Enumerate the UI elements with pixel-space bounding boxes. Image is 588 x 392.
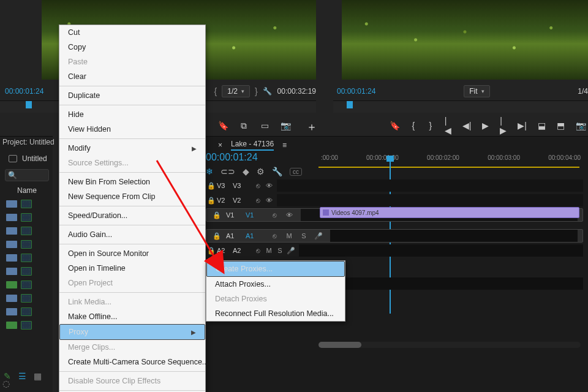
eye-icon[interactable]: 👁	[284, 211, 295, 219]
sync-icon[interactable]: ⎋	[269, 232, 280, 239]
marker-icon[interactable]: 🔖	[218, 121, 228, 130]
cc-toggle[interactable]: cc	[290, 168, 302, 176]
program-preview[interactable]	[342, 0, 588, 80]
menu-item-view-hidden[interactable]: View Hidden	[59, 122, 205, 137]
track-target[interactable]: V2	[233, 197, 249, 204]
creative-cloud-icon[interactable]: ◌	[2, 379, 15, 391]
link-icon[interactable]: ⊂⊃	[221, 167, 235, 176]
sync-icon[interactable]: ⎋	[252, 247, 263, 254]
track-well[interactable]	[330, 230, 578, 242]
timeline-hscroll-thumb[interactable]	[318, 342, 361, 348]
settings-icon[interactable]: ⚙	[257, 167, 265, 176]
solo-button[interactable]: S	[298, 232, 309, 239]
step-fwd-icon[interactable]: |▶	[500, 121, 507, 130]
track-v2[interactable]: 🔒V2V2⎋👁	[206, 194, 583, 207]
play-icon[interactable]: ▶	[482, 121, 489, 130]
sync-icon[interactable]: ⎋	[252, 197, 263, 204]
clip-row[interactable]	[6, 224, 49, 238]
clip-row[interactable]	[6, 305, 49, 318]
context-menu[interactable]: CutCopyPasteClearDuplicateHideView Hidde…	[59, 24, 206, 392]
menu-item-audio-gain[interactable]: Audio Gain...	[59, 227, 205, 242]
insert-icon[interactable]: ⧉	[239, 121, 249, 130]
lock-icon[interactable]: 🔒	[206, 197, 217, 205]
menu-item-speed-duration[interactable]: Speed/Duration...	[59, 208, 205, 223]
sync-icon[interactable]: ⎋	[269, 211, 280, 219]
timeline-hscroll[interactable]	[318, 342, 581, 348]
submenu-item-create-proxies[interactable]: Create Proxies...	[206, 261, 345, 277]
project-tab[interactable]: Project: Untitled	[2, 138, 55, 146]
source-zoom-select[interactable]: 1/2▾	[222, 85, 250, 97]
submenu-item-attach-proxies[interactable]: Attach Proxies...	[206, 277, 345, 292]
export-frame-icon[interactable]: 📷	[281, 121, 290, 130]
menu-item-proxy[interactable]: Proxy▶	[59, 324, 205, 340]
program-timecode[interactable]: 00:00:01:24	[337, 87, 375, 96]
clip-row[interactable]	[6, 318, 49, 332]
timeline-timecode[interactable]: 00:00:01:24	[206, 152, 258, 163]
markers-icon[interactable]: ◆	[243, 167, 249, 176]
playhead-head-icon[interactable]	[386, 156, 394, 162]
solo-button[interactable]: S	[274, 247, 285, 254]
source-playhead-marker[interactable]	[26, 101, 32, 108]
timeline-tab-prev[interactable]: ×	[218, 141, 222, 149]
menu-item-make-offline[interactable]: Make Offline...	[59, 309, 205, 324]
program-ruler[interactable]	[333, 100, 588, 113]
clip-row[interactable]	[6, 278, 49, 292]
eye-icon[interactable]: 👁	[263, 197, 274, 204]
goto-in-icon[interactable]: |◀	[445, 121, 451, 130]
project-bin-row[interactable]: Untitled	[9, 154, 47, 163]
overwrite-icon[interactable]: ▭	[260, 121, 270, 130]
clip-row[interactable]	[6, 251, 49, 265]
clip-row[interactable]	[6, 238, 49, 251]
lock-icon[interactable]: 🔒	[211, 211, 222, 219]
track-target[interactable]: A2	[233, 247, 249, 254]
menu-item-duplicate[interactable]: Duplicate	[59, 88, 205, 103]
add-marker-icon[interactable]: 🔖	[390, 121, 399, 130]
clip-row[interactable]	[6, 211, 49, 224]
lock-icon[interactable]: 🔒	[206, 247, 217, 255]
menu-item-clear[interactable]: Clear	[59, 69, 205, 84]
track-a1[interactable]: 🔒A1A1⎋MS🎤	[206, 229, 583, 243]
goto-out-icon[interactable]: ▶|	[518, 121, 527, 130]
track-target[interactable]: A1	[246, 232, 262, 239]
menu-item-cut[interactable]: Cut	[59, 25, 205, 40]
mark-in-icon[interactable]: {	[410, 121, 417, 130]
mic-icon[interactable]: 🎤	[313, 232, 324, 240]
timeline-clip[interactable]: Videos 4097.mp4	[320, 207, 579, 218]
track-well[interactable]	[299, 244, 583, 257]
list-view-icon[interactable]: ☰	[18, 371, 26, 381]
wrench2-icon[interactable]: 🔧	[272, 167, 282, 176]
proxy-submenu[interactable]: Create Proxies...Attach Proxies...Detach…	[206, 260, 345, 322]
mute-button[interactable]: M	[284, 232, 295, 239]
lift-icon[interactable]: ⬓	[538, 121, 546, 130]
lock-icon[interactable]: 🔒	[206, 182, 217, 190]
timeline-work-area[interactable]	[318, 167, 579, 168]
clip-row[interactable]	[6, 292, 49, 305]
export-frame2-icon[interactable]: 📷	[576, 121, 586, 130]
track-well[interactable]	[277, 179, 583, 192]
timeline-tab-active[interactable]: Lake - 47136	[231, 140, 274, 151]
wrench-icon[interactable]: 🔧	[263, 87, 273, 96]
eye-icon[interactable]: 👁	[263, 182, 274, 189]
source-timecode[interactable]: 00:00:01:24	[5, 87, 43, 96]
extract-icon[interactable]: ⬒	[557, 121, 565, 130]
track-well[interactable]	[277, 194, 583, 206]
menu-item-copy[interactable]: Copy	[59, 40, 205, 55]
menu-item-open-in-source-monitor[interactable]: Open in Source Monitor	[59, 246, 205, 261]
timeline-tab-menu-icon[interactable]: ≡	[282, 141, 287, 149]
step-back-icon[interactable]: ◀|	[462, 121, 472, 130]
menu-item-hide[interactable]: Hide	[59, 107, 205, 122]
mic-icon[interactable]: 🎤	[285, 247, 296, 255]
clip-row[interactable]	[6, 265, 49, 278]
program-fit-select[interactable]: Fit▾	[464, 85, 489, 97]
track-target[interactable]: V3	[233, 182, 249, 189]
track-v3[interactable]: 🔒V3V3⎋👁	[206, 179, 583, 192]
track-target[interactable]: V1	[246, 211, 262, 219]
add-button-icon[interactable]: ＋	[306, 119, 317, 134]
snap-icon[interactable]: ❄	[206, 167, 213, 176]
mark-out-icon[interactable]: }	[428, 121, 434, 130]
program-playhead-marker[interactable]	[347, 101, 353, 108]
submenu-item-reconnect-full-resolution-media[interactable]: Reconnect Full Resolution Media...	[206, 306, 345, 321]
menu-item-modify[interactable]: Modify▶	[59, 141, 205, 156]
menu-item-new-sequence-from-clip[interactable]: New Sequence From Clip	[59, 189, 205, 204]
project-search[interactable]: 🔍	[5, 169, 49, 181]
